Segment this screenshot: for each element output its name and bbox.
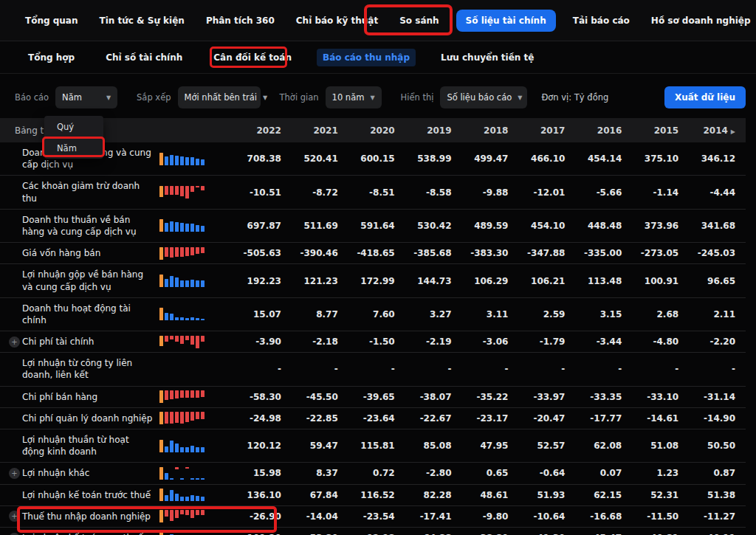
table-row[interactable]: Giá vốn hàng bán-505.63-390.46-418.65-38…: [0, 243, 746, 264]
value-2020: -39.65: [338, 392, 395, 402]
value-2016: 113.48: [565, 276, 622, 286]
table-row[interactable]: Lợi nhuận thuần từ hoạt động kinh doanh1…: [0, 429, 746, 463]
display-mode-select[interactable]: Số liệu báo cáo ▼: [440, 86, 527, 108]
row-label: Lợi nhuận thuần từ hoạt động kinh doanh: [22, 430, 154, 461]
value-2019: 3.27: [395, 309, 452, 320]
report-period-select[interactable]: Năm ▼: [55, 86, 117, 108]
table-row[interactable]: +Thuế thu nhập doanh nghiệp-26.90-14.04-…: [0, 506, 746, 528]
value-2020: -: [338, 364, 395, 374]
value-2018: -35.22: [452, 392, 509, 402]
value-2016: 448.48: [565, 221, 622, 231]
value-2022: 708.38: [224, 153, 281, 164]
chevron-down-icon: ▼: [370, 94, 374, 101]
expand-plus-icon[interactable]: +: [9, 511, 20, 522]
sort-order-select[interactable]: Mới nhất bên trái ▼: [178, 86, 261, 108]
value-2014: -245.03: [678, 248, 746, 258]
nav-item-6[interactable]: Tải báo cáo: [568, 10, 634, 32]
value-2019: 82.28: [395, 490, 452, 500]
table-row[interactable]: +Chi phí tài chính-3.90-2.18-1.50-2.19-3…: [0, 331, 746, 353]
nav-item-0[interactable]: Tổng quan: [21, 10, 83, 32]
value-2016: -335.00: [565, 248, 622, 258]
export-data-button[interactable]: Xuất dữ liệu: [664, 86, 746, 108]
sparkline-chart: [159, 390, 224, 403]
value-2020: 7.60: [338, 309, 395, 320]
table-row[interactable]: +Lợi nhuận kế toán sau thuế109.2053.8092…: [0, 528, 746, 535]
value-2018: 499.47: [452, 153, 509, 164]
nav-item-7[interactable]: Hồ sơ doanh nghiệp: [647, 10, 755, 32]
table-row[interactable]: Doanh thu hoạt động tài chính15.078.777.…: [0, 298, 746, 331]
value-2017: -10.64: [508, 511, 565, 522]
value-2022: 15.98: [224, 468, 281, 478]
year-header-2021: 2021: [281, 125, 338, 136]
table-header-row: Bảng t 202220212020201920182017201620152…: [0, 118, 746, 142]
row-label: Lợi nhuận khác: [22, 463, 154, 483]
nav-item-2[interactable]: Phân tích 360: [202, 10, 279, 32]
time-range-select[interactable]: 10 năm ▼: [326, 86, 382, 108]
nav-item-1[interactable]: Tin tức & Sự kiện: [95, 10, 189, 32]
value-2019: -2.19: [395, 336, 452, 347]
table-row[interactable]: Doanh thu bán hàng và cung cấp dịch vụ70…: [0, 142, 746, 176]
subtab-2[interactable]: Cân đối kế toán: [207, 49, 298, 66]
table-row[interactable]: Lợi nhuận gộp về bán hàng và cung cấp dị…: [0, 264, 746, 297]
expand-plus-icon[interactable]: +: [9, 533, 20, 535]
value-2014: -31.14: [678, 392, 746, 402]
dropdown-option-quy[interactable]: Quý: [44, 116, 103, 137]
row-label: Chi phí quản lý doanh nghiệp: [22, 409, 154, 428]
chevron-down-icon: ▼: [263, 94, 267, 101]
expand-plus-icon[interactable]: +: [9, 336, 20, 348]
value-2019: -2.80: [395, 468, 452, 478]
subtab-1[interactable]: Chỉ số tài chính: [100, 49, 188, 66]
row-label: Lợi nhuận từ công ty liên doanh, liên kế…: [22, 353, 154, 384]
expand-cell: +: [0, 533, 22, 535]
sparkline-cell: [154, 219, 224, 232]
table-row[interactable]: Lợi nhuận kế toán trước thuế136.1067.841…: [0, 485, 746, 506]
income-statement-table: Bảng t 202220212020201920182017201620152…: [0, 118, 756, 535]
time-range-label: Thời gian: [280, 92, 319, 103]
value-2018: 0.65: [452, 468, 509, 478]
value-2019: -17.41: [395, 511, 452, 522]
value-2014: 96.65: [678, 276, 746, 286]
row-label: Các khoản giảm trừ doanh thu: [22, 176, 154, 207]
table-row[interactable]: Các khoản giảm trừ doanh thu-10.51-8.72-…: [0, 176, 746, 209]
value-2017: 52.57: [508, 441, 565, 451]
value-2014: 0.87: [678, 468, 746, 478]
expand-cell: +: [0, 511, 22, 522]
dropdown-option-nam[interactable]: Năm: [44, 137, 103, 159]
table-row[interactable]: Doanh thu thuần về bán hàng và cung cấp …: [0, 210, 746, 243]
value-2020: -23.64: [338, 413, 395, 424]
value-2014: 2.11: [678, 309, 746, 320]
value-2022: 697.87: [224, 221, 281, 231]
time-range-value: 10 năm: [332, 92, 365, 103]
subtab-4[interactable]: Lưu chuyển tiền tệ: [435, 49, 540, 66]
unit-label: Đơn vị: Tỷ đồng: [541, 92, 608, 103]
value-2017: -: [508, 364, 565, 374]
value-2015: -: [622, 364, 678, 374]
value-2016: 62.15: [565, 490, 622, 500]
value-2017: -33.97: [508, 392, 565, 402]
subtab-0[interactable]: Tổng hợp: [22, 49, 80, 66]
value-2022: -26.90: [224, 511, 281, 522]
nav-item-3[interactable]: Chỉ báo kỹ thuật: [292, 10, 382, 32]
value-2018: 47.95: [452, 441, 509, 451]
next-years-arrow-icon[interactable]: ▶: [731, 128, 735, 135]
expand-plus-icon[interactable]: +: [9, 468, 20, 479]
sparkline-chart: [159, 510, 224, 522]
value-2020: -8.51: [338, 187, 395, 198]
sparkline-cell: [154, 275, 224, 287]
row-label: Doanh thu hoạt động tài chính: [22, 299, 154, 330]
sparkline-chart: [159, 440, 224, 452]
nav-item-4[interactable]: So sánh: [395, 10, 443, 32]
sparkline-cell: [154, 247, 224, 260]
nav-item-5[interactable]: Số liệu tài chính: [456, 10, 556, 32]
value-2022: 120.12: [224, 441, 281, 451]
table-row[interactable]: Chi phí quản lý doanh nghiệp-24.98-22.85…: [0, 408, 746, 429]
table-row[interactable]: Chi phí bán hàng-58.30-45.50-39.65-38.07…: [0, 387, 746, 408]
value-2014: 341.68: [678, 221, 746, 231]
table-row[interactable]: +Lợi nhuận khác15.988.370.72-2.800.65-0.…: [0, 463, 746, 484]
subtab-3[interactable]: Báo cáo thu nhập: [317, 49, 416, 66]
display-mode-value: Số liệu báo cáo: [447, 92, 512, 103]
table-row[interactable]: Lợi nhuận từ công ty liên doanh, liên kế…: [0, 353, 746, 386]
value-2019: -38.07: [395, 392, 452, 402]
year-header-2022: 2022: [224, 125, 281, 136]
row-label: Lợi nhuận kế toán trước thuế: [22, 486, 154, 505]
